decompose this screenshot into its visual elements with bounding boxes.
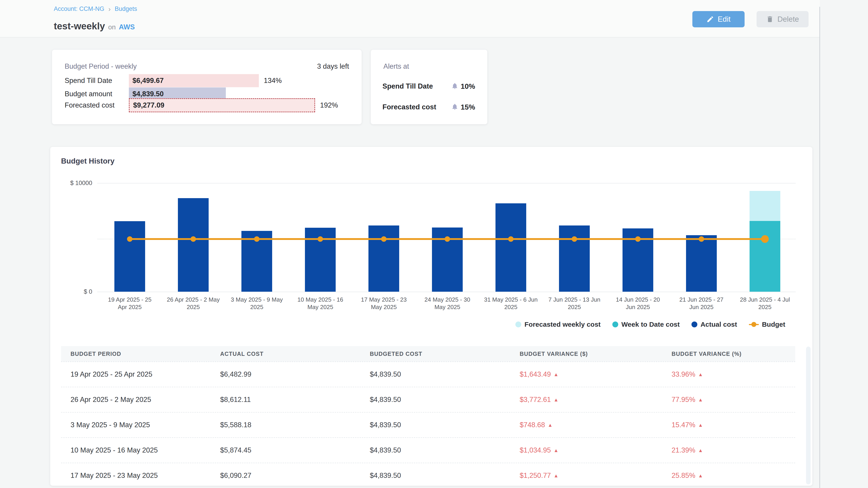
alert-row-threshold: 15%: [451, 103, 475, 111]
page-scrollbar[interactable]: [819, 7, 820, 488]
bar-actual-cost[interactable]: [114, 221, 145, 292]
budget-period-row-percent: 192%: [320, 101, 338, 109]
legend-item-forecasted-weekly-cost[interactable]: Forecasted weekly cost: [515, 321, 600, 328]
budget-line-marker: [191, 236, 196, 242]
edit-button-label: Edit: [718, 15, 731, 24]
table-cell: $1,643.49▲: [510, 370, 662, 379]
table-column-header: BUDGET VARIANCE ($): [510, 351, 662, 357]
alerts-card: Alerts at Spend Till Date10%Forecasted c…: [371, 50, 487, 124]
budget-period-row-value: $9,277.09: [133, 101, 164, 109]
table-cell: $6,090.27: [211, 471, 360, 480]
table-cell: $4,839.50: [360, 446, 510, 454]
table-cell: $748.68▲: [510, 421, 662, 429]
table-header-row: BUDGET PERIODACTUAL COSTBUDGETED COSTBUD…: [61, 346, 795, 361]
table-cell: $1,250.77▲: [510, 471, 662, 480]
triangle-up-icon: ▲: [548, 422, 553, 428]
x-axis-label: 17 May 2025 - 23May 2025: [354, 296, 413, 311]
budget-history-card: Budget History $ 10000$ 019 Apr 2025 - 2…: [50, 147, 812, 486]
y-axis-label-max: $ 10000: [50, 180, 92, 187]
page-title: test-weekly: [54, 21, 105, 32]
triangle-up-icon: ▲: [698, 473, 703, 479]
legend-label: Week to Date cost: [621, 321, 680, 328]
x-axis-label: 31 May 2025 - 6 Jun2025: [482, 296, 540, 311]
table-cell: $4,839.50: [360, 396, 510, 404]
table-cell: $6,482.99: [211, 370, 360, 379]
edit-button[interactable]: Edit: [692, 11, 745, 27]
table-cell: 3 May 2025 - 9 May 2025: [61, 421, 211, 429]
table-cell: $4,839.50: [360, 471, 510, 480]
budget-history-title: Budget History: [61, 157, 115, 165]
page-header: Account: CCM-NG › Budgets test-weekly on…: [0, 0, 820, 37]
triangle-up-icon: ▲: [698, 397, 703, 402]
budget-period-card-title: Budget Period - weekly: [65, 62, 137, 70]
x-axis-label: 26 Apr 2025 - 2 May2025: [164, 296, 223, 311]
x-axis-label: 19 Apr 2025 - 25Apr 2025: [100, 296, 159, 311]
triangle-up-icon: ▲: [554, 397, 559, 402]
table-cell: $4,839.50: [360, 370, 510, 379]
legend-label: Actual cost: [701, 321, 737, 328]
x-axis-baseline: [97, 292, 796, 292]
bar-week-to-date-cost[interactable]: [749, 221, 780, 292]
triangle-up-icon: ▲: [554, 448, 559, 453]
bell-icon: [451, 103, 458, 111]
gridline-top: [97, 183, 796, 184]
budget-history-table: BUDGET PERIODACTUAL COSTBUDGETED COSTBUD…: [61, 346, 795, 486]
budget-period-row-bar: $6,499.67: [129, 74, 259, 87]
bar-forecasted-weekly-cost[interactable]: [749, 191, 780, 221]
budget-period-card: Budget Period - weekly 3 days left Spend…: [52, 50, 362, 124]
triangle-up-icon: ▲: [698, 372, 703, 377]
title-on-word: on: [108, 23, 116, 31]
x-axis-label: 28 Jun 2025 - 4 Jul2025: [736, 296, 794, 311]
budget-line-marker: [699, 236, 704, 242]
bar-actual-cost[interactable]: [178, 198, 209, 292]
bar-actual-cost[interactable]: [495, 203, 526, 292]
breadcrumb-account-link[interactable]: Account: CCM-NG: [54, 5, 104, 12]
x-axis-label: 7 Jun 2025 - 13 Jun2025: [545, 296, 604, 311]
budget-line-marker: [508, 236, 514, 242]
alert-row-label: Spend Till Date: [382, 82, 433, 90]
legend-item-week-to-date-cost[interactable]: Week to Date cost: [612, 321, 680, 328]
legend-item-actual-cost[interactable]: Actual cost: [691, 321, 737, 328]
triangle-up-icon: ▲: [698, 422, 703, 428]
legend-item-budget[interactable]: Budget: [749, 321, 785, 328]
legend-swatch-circle: [612, 322, 618, 327]
budget-line-marker: [254, 236, 259, 242]
table-row: 26 Apr 2025 - 2 May 2025$8,612.11$4,839.…: [61, 387, 795, 412]
legend-label: Forecasted weekly cost: [524, 321, 600, 328]
y-axis-label-zero: $ 0: [50, 288, 92, 295]
table-scrollbar[interactable]: [806, 347, 811, 484]
budget-line-marker: [381, 236, 386, 242]
budget-line-marker: [761, 235, 769, 243]
chart-legend: Forecasted weekly costWeek to Date costA…: [515, 319, 785, 330]
triangle-up-icon: ▲: [554, 473, 559, 479]
table-cell: $5,874.45: [211, 446, 360, 454]
x-axis-label: 21 Jun 2025 - 27Jun 2025: [672, 296, 731, 311]
title-row: test-weekly on AWS: [54, 21, 135, 32]
table-cell: 33.96%▲: [662, 370, 795, 379]
table-cell: 25.85%▲: [662, 471, 795, 480]
budget-period-row-value: $4,839.50: [132, 90, 164, 98]
table-row: 17 May 2025 - 23 May 2025$6,090.27$4,839…: [61, 463, 795, 486]
bar-actual-cost[interactable]: [686, 235, 717, 292]
alert-threshold-value: 10%: [461, 82, 475, 91]
x-axis-label: 24 May 2025 - 30May 2025: [418, 296, 477, 311]
bar-actual-cost[interactable]: [368, 225, 399, 292]
table-row: 3 May 2025 - 9 May 2025$5,588.18$4,839.5…: [61, 412, 795, 437]
budget-period-row-value: $6,499.67: [132, 76, 164, 85]
alert-row-label: Forecasted cost: [382, 103, 436, 111]
budget-period-row-percent: 134%: [264, 76, 282, 85]
delete-button[interactable]: Delete: [756, 11, 809, 27]
table-cell: 15.47%▲: [662, 421, 795, 429]
table-cell: $1,034.95▲: [510, 446, 662, 454]
table-cell: 19 Apr 2025 - 25 Apr 2025: [61, 370, 211, 379]
table-row: 10 May 2025 - 16 May 2025$5,874.45$4,839…: [61, 437, 795, 463]
table-cell: 26 Apr 2025 - 2 May 2025: [61, 396, 211, 404]
budget-line-marker: [572, 236, 577, 242]
legend-label: Budget: [762, 321, 785, 328]
table-column-header: BUDGETED COST: [360, 351, 510, 357]
bar-actual-cost[interactable]: [559, 225, 590, 292]
legend-swatch-budget-line: [749, 322, 759, 327]
breadcrumb-budgets-link[interactable]: Budgets: [115, 5, 137, 12]
alert-threshold-value: 15%: [461, 103, 475, 111]
table-cell: 77.95%▲: [662, 396, 795, 404]
